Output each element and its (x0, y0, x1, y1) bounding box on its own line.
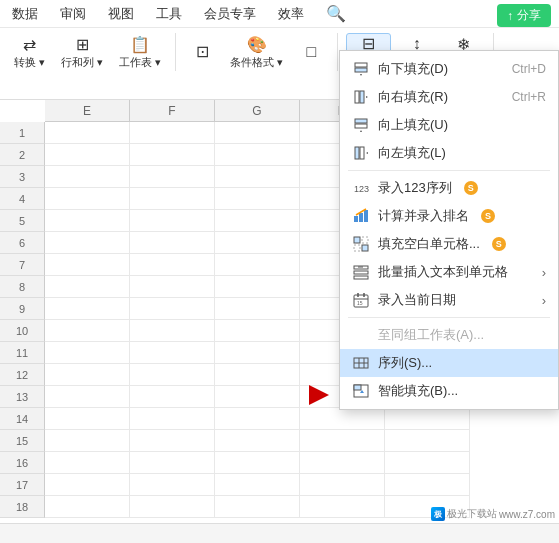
cell-g14[interactable] (215, 408, 300, 430)
cell-format-button[interactable]: □ (293, 33, 329, 71)
convert-button[interactable]: ⇄ 转换 ▾ (8, 33, 51, 71)
watermark-logo: 极 (431, 507, 445, 521)
menu-item-batch-insert[interactable]: 批量插入文本到单元格 › (340, 258, 558, 286)
cell-e9[interactable] (45, 298, 130, 320)
cell-g7[interactable] (215, 254, 300, 276)
cell-g8[interactable] (215, 276, 300, 298)
svg-rect-14 (359, 213, 363, 222)
cell-f1[interactable] (130, 122, 215, 144)
svg-marker-2 (360, 74, 362, 76)
cell-g10[interactable] (215, 320, 300, 342)
menu-item-fill-down[interactable]: 向下填充(D) Ctrl+D (340, 55, 558, 83)
row-col-button[interactable]: ⊞ 行和列 ▾ (55, 33, 109, 71)
cell-g9[interactable] (215, 298, 300, 320)
row-3: 3 (0, 166, 45, 188)
menu-data[interactable]: 数据 (8, 3, 42, 25)
menu-item-smart-fill[interactable]: 智能填充(B)... (340, 377, 558, 405)
conditional-format-button[interactable]: 🎨 条件格式 ▾ (224, 33, 289, 71)
cell-g18[interactable] (215, 496, 300, 518)
cell-f2[interactable] (130, 144, 215, 166)
cell-e1[interactable] (45, 122, 130, 144)
cell-e13[interactable] (45, 386, 130, 408)
cell-g17[interactable] (215, 474, 300, 496)
cell-g2[interactable] (215, 144, 300, 166)
cell-e2[interactable] (45, 144, 130, 166)
cell-e18[interactable] (45, 496, 130, 518)
menu-item-fill-blank[interactable]: 填充空白单元格... S (340, 230, 558, 258)
cell-e15[interactable] (45, 430, 130, 452)
cell-h14[interactable] (300, 408, 385, 430)
share-button[interactable]: ↑ 分享 (497, 4, 551, 27)
cell-i17[interactable] (385, 474, 470, 496)
cell-f8[interactable] (130, 276, 215, 298)
cell-e8[interactable] (45, 276, 130, 298)
cell-e6[interactable] (45, 232, 130, 254)
cell-e14[interactable] (45, 408, 130, 430)
cell-f12[interactable] (130, 364, 215, 386)
cell-f15[interactable] (130, 430, 215, 452)
cell-e12[interactable] (45, 364, 130, 386)
cell-e5[interactable] (45, 210, 130, 232)
grid-button[interactable]: ⊡ (184, 33, 220, 71)
cell-i14[interactable] (385, 408, 470, 430)
cell-f11[interactable] (130, 342, 215, 364)
menu-item-seq123[interactable]: 123 录入123序列 S (340, 174, 558, 202)
fill-down-label: 向下填充(D) (378, 60, 448, 78)
row-6: 6 (0, 232, 45, 254)
svg-rect-21 (354, 271, 368, 274)
cell-g16[interactable] (215, 452, 300, 474)
cell-f9[interactable] (130, 298, 215, 320)
menu-item-series[interactable]: 序列(S)... (340, 349, 558, 377)
cell-f6[interactable] (130, 232, 215, 254)
menu-item-calc-rank[interactable]: 计算并录入排名 S (340, 202, 558, 230)
worksheet-button[interactable]: 📋 工作表 ▾ (113, 33, 167, 71)
menu-search-icon[interactable]: 🔍 (322, 2, 350, 25)
cell-e10[interactable] (45, 320, 130, 342)
cell-f16[interactable] (130, 452, 215, 474)
share-label: 分享 (517, 7, 541, 24)
cell-f3[interactable] (130, 166, 215, 188)
cell-h18[interactable] (300, 496, 385, 518)
cell-g6[interactable] (215, 232, 300, 254)
menu-item-fill-right[interactable]: 向右填充(R) Ctrl+R (340, 83, 558, 111)
menu-item-fill-up[interactable]: 向上填充(U) (340, 111, 558, 139)
cell-f17[interactable] (130, 474, 215, 496)
cell-h17[interactable] (300, 474, 385, 496)
cell-e11[interactable] (45, 342, 130, 364)
cell-g3[interactable] (215, 166, 300, 188)
divider-1 (348, 170, 550, 171)
cell-f18[interactable] (130, 496, 215, 518)
cell-g12[interactable] (215, 364, 300, 386)
cell-h16[interactable] (300, 452, 385, 474)
menu-item-fill-left[interactable]: 向左填充(L) (340, 139, 558, 167)
menu-vip[interactable]: 会员专享 (200, 3, 260, 25)
cell-f4[interactable] (130, 188, 215, 210)
cell-i15[interactable] (385, 430, 470, 452)
cell-h15[interactable] (300, 430, 385, 452)
cell-g15[interactable] (215, 430, 300, 452)
svg-marker-11 (366, 152, 368, 154)
cell-e7[interactable] (45, 254, 130, 276)
cell-e4[interactable] (45, 188, 130, 210)
row-14: 14 (0, 408, 45, 430)
menu-view[interactable]: 视图 (104, 3, 138, 25)
cell-f5[interactable] (130, 210, 215, 232)
cell-g4[interactable] (215, 188, 300, 210)
cell-f14[interactable] (130, 408, 215, 430)
menu-tools[interactable]: 工具 (152, 3, 186, 25)
menu-review[interactable]: 审阅 (56, 3, 90, 25)
cell-e3[interactable] (45, 166, 130, 188)
menu-item-record-date[interactable]: 15 录入当前日期 › (340, 286, 558, 314)
cell-g5[interactable] (215, 210, 300, 232)
menu-efficiency[interactable]: 效率 (274, 3, 308, 25)
cell-f10[interactable] (130, 320, 215, 342)
cell-i16[interactable] (385, 452, 470, 474)
cell-f7[interactable] (130, 254, 215, 276)
cell-e17[interactable] (45, 474, 130, 496)
cell-g1[interactable] (215, 122, 300, 144)
cell-f13[interactable] (130, 386, 215, 408)
cell-e16[interactable] (45, 452, 130, 474)
col-header-f: F (130, 100, 215, 121)
cell-g13[interactable] (215, 386, 300, 408)
cell-g11[interactable] (215, 342, 300, 364)
